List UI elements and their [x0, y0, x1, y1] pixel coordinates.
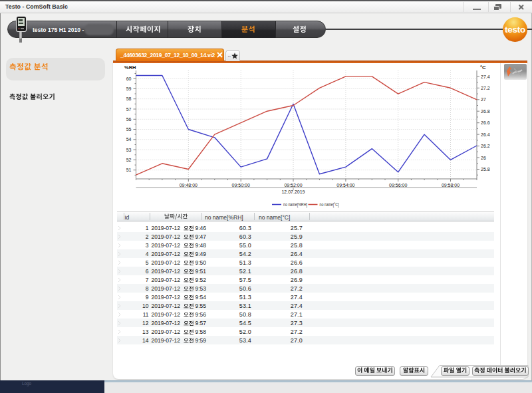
svg-text:no name[°C]: no name[°C] [320, 202, 339, 207]
svg-text:51: 51 [126, 168, 132, 172]
svg-text:52: 52 [126, 158, 132, 162]
svg-text:54: 54 [126, 137, 132, 142]
svg-text:09:48:00: 09:48:00 [180, 183, 198, 188]
svg-text:25.8: 25.8 [481, 167, 490, 172]
svg-text:26.4: 26.4 [481, 132, 490, 137]
svg-text:no name[%RH]: no name[%RH] [283, 202, 307, 207]
svg-text:09:50:00: 09:50:00 [232, 183, 250, 188]
svg-text:60: 60 [126, 76, 132, 81]
svg-text:55: 55 [126, 127, 132, 132]
svg-text:56: 56 [126, 117, 132, 122]
svg-text:26: 26 [481, 156, 486, 160]
svg-text:09:52:00: 09:52:00 [284, 183, 302, 188]
svg-text:26.6: 26.6 [481, 120, 490, 125]
svg-text:09:54:00: 09:54:00 [336, 183, 354, 188]
svg-text:57: 57 [126, 107, 132, 112]
svg-text:53: 53 [126, 148, 132, 152]
svg-text:26.2: 26.2 [481, 144, 490, 148]
svg-text:09:58:00: 09:58:00 [442, 183, 460, 188]
svg-text:27.2: 27.2 [481, 86, 490, 90]
svg-text:59: 59 [126, 86, 132, 91]
svg-text:27: 27 [481, 97, 486, 102]
svg-text:26.8: 26.8 [481, 109, 490, 114]
svg-text:°C: °C [480, 65, 486, 70]
svg-text:58: 58 [126, 96, 132, 101]
svg-text:%RH: %RH [124, 65, 136, 70]
svg-text:12.07.2019: 12.07.2019 [281, 190, 305, 194]
svg-text:27.4: 27.4 [481, 74, 490, 79]
svg-text:09:56:00: 09:56:00 [389, 183, 407, 188]
